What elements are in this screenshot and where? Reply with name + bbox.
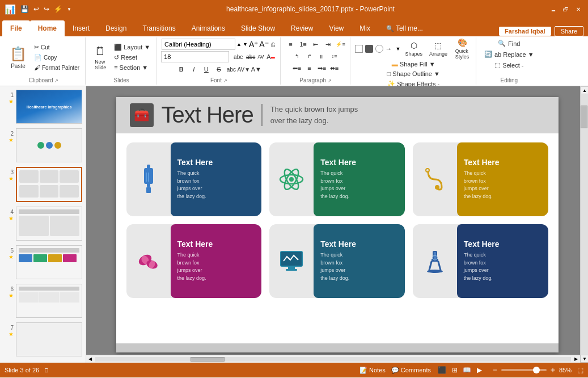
zoom-slider-thumb[interactable] [533,367,540,373]
zoom-in-button[interactable]: ＋ [549,365,557,375]
tab-view[interactable]: View [321,20,352,36]
slide-thumb-wrap-6[interactable] [16,284,82,318]
char-spacing-button[interactable]: AV▼ [238,64,249,75]
smart-art-button[interactable]: ⚡≡ [335,39,346,50]
notes-accessibility-icon[interactable]: 🗒 [44,367,49,373]
quick-styles-button[interactable]: 🎨 QuickStyles [452,39,472,59]
h-scroll-thumb[interactable] [191,357,225,362]
save-icon[interactable]: 💾 [19,4,30,14]
strikethrough-button[interactable]: S [213,64,225,75]
scroll-left-button[interactable]: ◀ [86,355,94,363]
user-profile[interactable]: Farshad Iqbal [499,27,551,36]
tab-review[interactable]: Review [283,20,321,36]
scroll-thumb[interactable] [581,106,587,128]
slide-thumb-3[interactable]: 3 ★ [2,166,83,203]
horizontal-scrollbar[interactable]: ◀ ▶ [86,355,580,363]
increase-indent-button[interactable]: ⇥ [323,39,334,50]
bold-button[interactable]: B [176,64,187,75]
reset-button[interactable]: ↺ Reset [112,53,153,62]
font-color2-button[interactable]: A▼ [251,64,262,75]
font-size-up[interactable]: ▲ [236,41,242,47]
slide-thumb-1[interactable]: 1 ★ Healthcare Infographics [2,89,83,125]
align-right-button[interactable]: ➡≡ [316,62,328,74]
arrange-button[interactable]: ⬚ Arrange [427,39,450,59]
slide-thumb-wrap-5[interactable] [16,245,82,279]
shapes-button[interactable]: ⬡ Shapes [403,39,425,59]
slide-thumb-wrap-3[interactable] [16,167,82,202]
font-size-input[interactable] [161,51,229,62]
tab-file[interactable]: File [2,20,30,36]
slide-thumb-4[interactable]: 4 ★ [2,205,83,242]
align-center-button[interactable]: ≡ [304,62,315,74]
strike-button[interactable]: abc [245,51,256,62]
share-button[interactable]: Share [555,26,583,36]
shape-circle[interactable] [375,45,383,53]
font-color-button[interactable]: A▬ [265,51,277,62]
replace-button[interactable]: 🔄ab Replace ▼ [481,49,538,59]
shapes-more-button[interactable]: ▼ [396,46,401,52]
shadow-button[interactable]: abc [232,51,244,62]
normal-view-button[interactable]: ⬛ [437,364,448,376]
shape-fill-button[interactable]: ▬ Shape Fill ▼ [390,60,438,69]
reading-view-button[interactable]: 📖 [462,364,473,376]
rtl-button[interactable]: ↰ [291,51,303,62]
copy-button[interactable]: 📄Copy [32,53,82,62]
minimize-button[interactable]: 🗕 [548,4,559,14]
text-shadow-button[interactable]: abc [226,64,237,75]
slide-thumb-wrap-2[interactable] [16,128,82,162]
notes-button[interactable]: 📝 Notes [359,367,386,374]
scroll-down-button[interactable]: ▼ [581,355,588,363]
select-button[interactable]: ⬚Select - [491,60,527,70]
vertical-scrollbar[interactable]: ▲ ▼ [580,86,588,363]
format-painter-button[interactable]: 🖌Format Painter [32,63,82,72]
clear-format-button[interactable]: ⎌ [270,39,276,49]
tab-insert[interactable]: Insert [65,20,98,36]
shape-outline-button[interactable]: □ Shape Outline ▼ [385,69,442,78]
layout-button[interactable]: ⬛ Layout ▼ [112,43,153,52]
tab-slideshow[interactable]: Slide Show [233,20,283,36]
maximize-button[interactable]: 🗗 [561,4,571,14]
paste-button[interactable]: 📋 Paste [6,42,31,73]
shape-dark-rect[interactable] [365,45,373,53]
shape-rect[interactable] [355,45,363,53]
zoom-out-button[interactable]: － [491,365,499,375]
redo-icon[interactable]: ↪ [43,4,50,14]
close-button[interactable]: ✕ [573,4,583,14]
zoom-slider[interactable] [501,369,547,371]
slide-thumb-wrap-4[interactable] [16,207,82,241]
tab-tell-me[interactable]: 🔍 Tell me... [378,20,431,36]
dropdown-icon[interactable]: ▼ [66,6,73,13]
undo-icon[interactable]: ↩ [32,4,40,14]
tab-transitions[interactable]: Transitions [134,20,183,36]
slide-sorter-button[interactable]: ⊞ [449,364,460,376]
slide-thumb-wrap-7[interactable] [16,322,82,356]
justify-button[interactable]: ⬌≡ [329,62,340,74]
decrease-font-button[interactable]: A⁻ [259,40,268,49]
align-left-button[interactable]: ⬅≡ [291,62,303,74]
decrease-indent-button[interactable]: ⇤ [310,39,322,50]
new-slide-button[interactable]: 🗒 NewSlide [90,42,111,73]
line-spacing-button[interactable]: ↕≡ [329,51,340,62]
slide-thumb-5[interactable]: 5 ★ [2,244,83,280]
slide-thumb-2[interactable]: 2 ★ [2,127,83,163]
scroll-up-button[interactable]: ▲ [581,86,588,94]
fit-slide-button[interactable]: ⬚ [577,366,583,374]
font-name-input[interactable] [162,39,235,50]
slideshow-button[interactable]: ▶ [474,364,485,376]
numbering-button[interactable]: 1≡ [298,39,309,50]
underline-button[interactable]: U [201,64,212,75]
tab-design[interactable]: Design [98,20,134,36]
scroll-right-button[interactable]: ▶ [572,355,580,363]
italic-button[interactable]: I [188,64,200,75]
bullets-button[interactable]: ≡ [285,39,297,50]
find-button[interactable]: 🔍Find [494,39,523,48]
slide-panel-scroll-down[interactable]: ▼ [2,360,83,363]
font-size-down[interactable]: ▼ [243,41,248,47]
increase-font-button[interactable]: A⁺ [249,40,258,49]
section-button[interactable]: ≡ Section ▼ [112,63,153,72]
tab-mix[interactable]: Mix [352,20,378,36]
slide-thumb-6[interactable]: 6 ★ [2,283,83,319]
shape-arrow[interactable]: → [386,45,394,53]
quick-icon[interactable]: ⚡ [53,4,64,14]
slide-thumb-wrap-1[interactable]: Healthcare Infographics [16,90,82,124]
